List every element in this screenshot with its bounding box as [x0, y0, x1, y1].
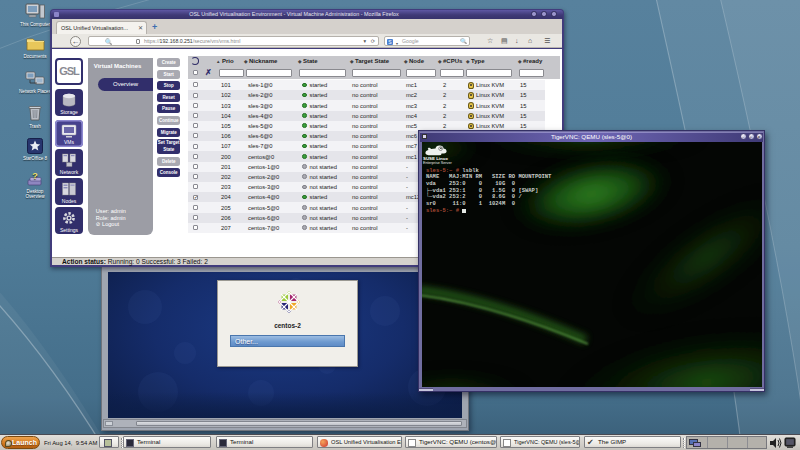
svg-text:?: ? — [32, 171, 38, 181]
